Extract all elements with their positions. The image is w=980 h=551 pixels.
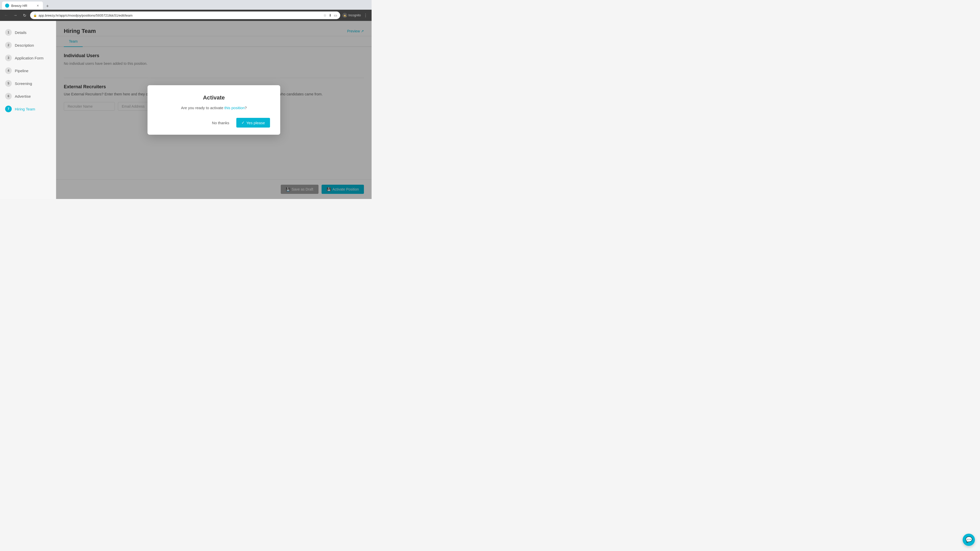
incognito-badge: 🕵 Incognito (342, 13, 361, 18)
sidebar-num-pipeline: 4 (5, 67, 12, 74)
sidebar-item-screening[interactable]: 5 Screening (0, 77, 56, 90)
sidebar-label-details: Details (15, 30, 27, 35)
forward-button[interactable]: → (12, 12, 19, 19)
sidebar-item-pipeline[interactable]: 4 Pipeline (0, 64, 56, 77)
sidebar-item-hiring-team[interactable]: 7 Hiring Team (0, 103, 56, 115)
modal-highlight: this position (224, 106, 245, 110)
address-bar-row: ← → ↻ 🔒 app.breezy.hr/app/c/moodjoy/posi… (0, 10, 372, 21)
app-layout: 1 Details 2 Description 3 Application Fo… (0, 21, 372, 199)
modal-overlay[interactable]: Activate Are you ready to activate this … (56, 21, 372, 199)
sidebar-label-screening: Screening (15, 81, 32, 86)
incognito-icon: 🕵 (342, 13, 347, 18)
sidebar-item-application-form[interactable]: 3 Application Form (0, 52, 56, 64)
check-icon: ✓ (242, 121, 245, 125)
yes-please-button[interactable]: ✓ Yes please (236, 118, 270, 127)
no-thanks-button[interactable]: No thanks (209, 119, 232, 127)
main-content: Hiring Team Preview ↗ Team Individual Us… (56, 21, 372, 199)
sidebar-num-application-form: 3 (5, 55, 12, 61)
no-thanks-label: No thanks (212, 121, 229, 125)
sidebar-item-advertise[interactable]: 6 Advertise (0, 90, 56, 103)
new-tab-button[interactable]: + (44, 3, 51, 10)
browser-menu-button[interactable]: ⋮ (362, 12, 369, 19)
tab-title: Breezy HR (11, 4, 27, 8)
activate-modal: Activate Are you ready to activate this … (148, 85, 280, 135)
sidebar-num-hiring-team: 7 (5, 106, 12, 112)
sidebar-label-application-form: Application Form (15, 56, 44, 60)
back-button[interactable]: ← (3, 12, 10, 19)
yes-please-label: Yes please (246, 121, 265, 125)
reload-button[interactable]: ↻ (21, 12, 28, 19)
download-icon[interactable]: ⬇ (329, 13, 332, 17)
sidebar-label-advertise: Advertise (15, 94, 31, 98)
browser-menu-icons: 🕵 Incognito ⋮ (342, 12, 369, 19)
incognito-label: Incognito (348, 14, 361, 17)
sidebar: 1 Details 2 Description 3 Application Fo… (0, 21, 56, 199)
sidebar-num-advertise: 6 (5, 93, 12, 100)
lock-icon: 🔒 (33, 14, 37, 17)
tab-close-button[interactable]: × (36, 3, 40, 8)
url-text: app.breezy.hr/app/c/moodjoy/positions/59… (38, 14, 322, 17)
tab-bar: Breezy HR × + (0, 0, 372, 10)
sidebar-label-description: Description (15, 43, 34, 48)
tab-favicon (5, 3, 9, 8)
bookmark-icon[interactable]: ☆ (323, 13, 327, 17)
address-bar[interactable]: 🔒 app.breezy.hr/app/c/moodjoy/positions/… (30, 11, 340, 19)
cast-icon[interactable]: ▭ (334, 13, 337, 17)
sidebar-item-description[interactable]: 2 Description (0, 39, 56, 52)
modal-actions: No thanks ✓ Yes please (158, 118, 270, 127)
sidebar-num-details: 1 (5, 29, 12, 36)
modal-title: Activate (158, 94, 270, 101)
sidebar-num-screening: 5 (5, 80, 12, 87)
sidebar-num-description: 2 (5, 42, 12, 48)
sidebar-item-details[interactable]: 1 Details (0, 26, 56, 39)
browser-tab[interactable]: Breezy HR × (2, 2, 43, 10)
sidebar-label-hiring-team: Hiring Team (15, 107, 35, 111)
modal-body: Are you ready to activate this position? (158, 105, 270, 111)
address-bar-icons: ☆ ⬇ ▭ (323, 13, 337, 17)
sidebar-label-pipeline: Pipeline (15, 68, 28, 73)
